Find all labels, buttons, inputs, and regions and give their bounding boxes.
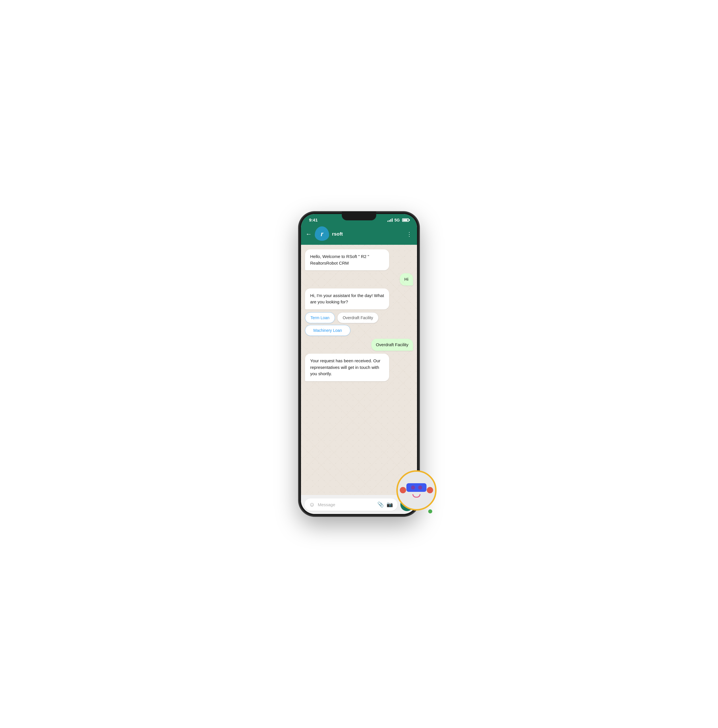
chat-header: ← r rsoft ⋮ <box>301 225 417 245</box>
assistant-question-message: Hi, I'm your assistant for the day! What… <box>305 288 389 309</box>
input-field[interactable]: ☺ Message 📎 📷 <box>304 499 397 511</box>
robot-circle <box>396 470 437 511</box>
message-input-placeholder[interactable]: Message <box>318 502 374 507</box>
term-loan-button[interactable]: Term Loan <box>305 312 335 323</box>
robot-visor <box>406 483 426 492</box>
status-right: 5G <box>387 218 409 222</box>
header-menu-icon[interactable]: ⋮ <box>406 231 412 238</box>
loan-row-1: Term Loan Overdraft Facility <box>305 312 379 323</box>
robot-left-ear <box>400 487 406 493</box>
robot-right-eye <box>418 486 422 489</box>
status-time: 9:41 <box>309 217 318 222</box>
robot-status-dot <box>428 509 432 513</box>
battery-icon <box>402 218 409 222</box>
loan-row-2: Machinery Loan <box>305 325 379 336</box>
screen: 9:41 5G ← <box>301 214 417 514</box>
robot-face <box>402 479 431 502</box>
bot-response-message: Your request has been received. Our repr… <box>305 354 389 381</box>
robot-mouth <box>412 494 420 498</box>
logo-circle: r <box>315 228 328 241</box>
scene: 9:41 5G ← <box>281 206 437 522</box>
attach-icon[interactable]: 📎 <box>377 501 384 508</box>
robot-left-eye <box>411 486 415 489</box>
user-hi-message: Hi <box>400 273 413 286</box>
camera-icon[interactable]: 📷 <box>386 501 393 508</box>
network-label: 5G <box>394 218 400 222</box>
logo-r-letter: r <box>321 230 323 238</box>
back-button[interactable]: ← <box>306 231 312 237</box>
notch <box>342 212 376 220</box>
chat-body: Hello, Welcome to RSoft " R2 " RealtorsR… <box>301 245 417 495</box>
loan-options-container: Term Loan Overdraft Facility Machinery L… <box>305 312 379 336</box>
emoji-icon[interactable]: ☺ <box>309 501 315 508</box>
overdraft-facility-button-1[interactable]: Overdraft Facility <box>337 312 379 323</box>
header-info: rsoft <box>332 231 403 237</box>
welcome-message: Hello, Welcome to RSoft " R2 " RealtorsR… <box>305 249 389 270</box>
header-brand-name: rsoft <box>332 231 403 237</box>
robot-right-ear <box>427 487 433 493</box>
robot-mascot <box>396 470 442 516</box>
machinery-loan-button[interactable]: Machinery Loan <box>305 325 350 336</box>
user-selection-message: Overdraft Facility <box>371 339 413 351</box>
signal-icon <box>387 218 393 222</box>
